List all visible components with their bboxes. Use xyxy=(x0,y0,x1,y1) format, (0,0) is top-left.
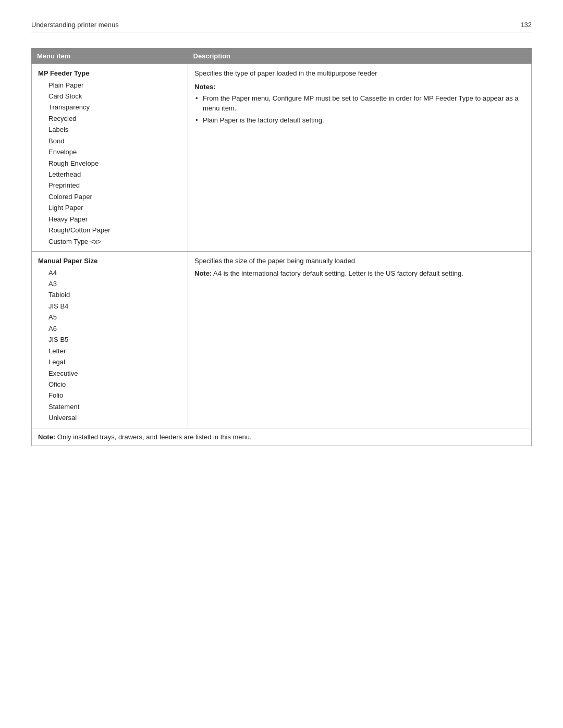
page-title: Understanding printer menus xyxy=(31,21,119,29)
menu-sub-item: Oficio xyxy=(38,379,181,390)
menu-sub-item: Folio xyxy=(38,390,181,401)
menu-sub-item: JIS B4 xyxy=(38,301,181,312)
desc-note-inline-1: Note: A4 is the international factory de… xyxy=(194,268,525,279)
menu-sub-item: A4 xyxy=(38,267,181,278)
menu-sub-item: Letter xyxy=(38,346,181,356)
menu-sub-item: Statement xyxy=(38,401,181,412)
bullet-item: Plain Paper is the factory default setti… xyxy=(194,116,525,126)
footer-row: Note: Only installed trays, drawers, and… xyxy=(32,428,532,446)
menu-sub-item: A3 xyxy=(38,278,181,289)
menu-sub-item: Executive xyxy=(38,368,181,379)
desc-notes-label-0: Notes: xyxy=(194,82,525,92)
bullet-item: From the Paper menu, Configure MP must b… xyxy=(194,94,525,114)
desc-main-text-0: Specifies the type of paper loaded in th… xyxy=(194,68,525,79)
menu-sub-item: Preprinted xyxy=(38,180,181,191)
note-inline-bold-1: Note: xyxy=(194,269,212,277)
bullet-list-0: From the Paper menu, Configure MP must b… xyxy=(194,94,525,126)
menu-sub-item: Rough/Cotton Paper xyxy=(38,225,181,236)
menu-sub-item: Colored Paper xyxy=(38,191,181,202)
footer-note-bold: Note: xyxy=(38,433,55,441)
table-row: MP Feeder TypePlain PaperCard StockTrans… xyxy=(32,64,532,252)
menu-sub-item: Labels xyxy=(38,124,181,135)
menu-sub-item: Heavy Paper xyxy=(38,214,181,225)
menu-sub-item: Rough Envelope xyxy=(38,158,181,169)
menu-sub-item: Transparency xyxy=(38,102,181,113)
desc-main-text-1: Specifies the size of the paper being ma… xyxy=(194,256,525,266)
main-table: Menu item Description MP Feeder TypePlai… xyxy=(31,48,532,446)
menu-sub-item: Custom Type <x> xyxy=(38,236,181,247)
col-desc-header: Description xyxy=(188,48,532,64)
menu-cell-1: Manual Paper SizeA4A3TabloidJIS B4A5A6JI… xyxy=(32,252,188,428)
menu-sub-item: Envelope xyxy=(38,146,181,157)
footer-cell: Note: Only installed trays, drawers, and… xyxy=(32,428,532,446)
table-row: Manual Paper SizeA4A3TabloidJIS B4A5A6JI… xyxy=(32,252,532,428)
menu-sub-item: Light Paper xyxy=(38,202,181,213)
menu-sub-item: Plain Paper xyxy=(38,80,181,91)
menu-sub-item: A5 xyxy=(38,312,181,323)
desc-cell-0: Specifies the type of paper loaded in th… xyxy=(188,64,532,252)
menu-sub-item: JIS B5 xyxy=(38,334,181,345)
desc-cell-1: Specifies the size of the paper being ma… xyxy=(188,252,532,428)
menu-sub-item: Letterhead xyxy=(38,169,181,180)
menu-sub-item: Recycled xyxy=(38,113,181,124)
menu-item-header-0: MP Feeder Type xyxy=(38,68,181,79)
menu-sub-item: Card Stock xyxy=(38,91,181,102)
page-header: Understanding printer menus 132 xyxy=(31,21,532,32)
menu-item-header-1: Manual Paper Size xyxy=(38,256,181,266)
menu-sub-item: Tabloid xyxy=(38,289,181,300)
menu-cell-0: MP Feeder TypePlain PaperCard StockTrans… xyxy=(32,64,188,252)
col-menu-header: Menu item xyxy=(32,48,188,64)
menu-sub-item: Universal xyxy=(38,412,181,423)
menu-sub-item: Bond xyxy=(38,135,181,146)
page-number: 132 xyxy=(520,21,532,29)
menu-sub-item: A6 xyxy=(38,323,181,334)
menu-sub-item: Legal xyxy=(38,356,181,367)
